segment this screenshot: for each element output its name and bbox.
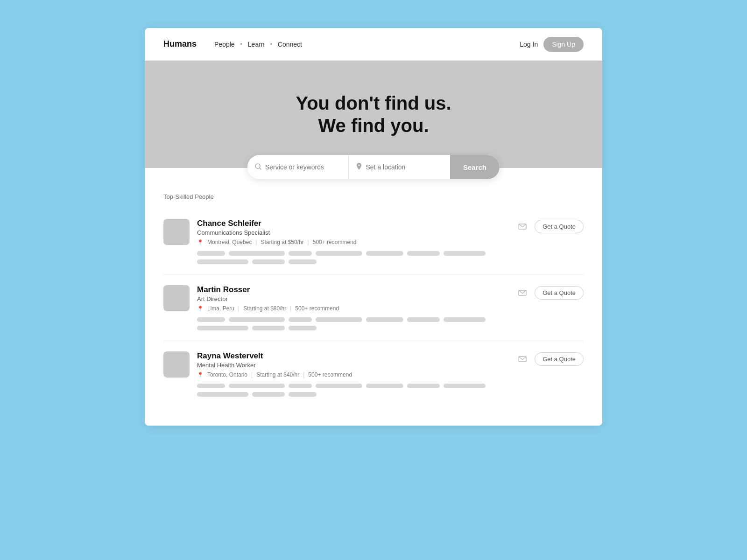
separator: | — [255, 239, 257, 245]
page-container: Humans People • Learn • Connect Log In S… — [145, 28, 602, 426]
skill-bar — [289, 384, 312, 388]
signup-button[interactable]: Sign Up — [543, 37, 584, 52]
nav-logo[interactable]: Humans — [163, 39, 197, 49]
skill-row-1 — [197, 384, 584, 388]
location-input[interactable] — [366, 163, 442, 171]
skill-bar — [316, 317, 362, 322]
person-name: Chance Schleifer — [197, 219, 507, 228]
nav-dot-1: • — [240, 41, 242, 48]
separator2: | — [308, 239, 309, 245]
avatar — [163, 351, 190, 378]
skill-row-2 — [197, 392, 584, 397]
person-meta: 📍 Toronto, Ontario | Starting at $40/hr … — [197, 371, 507, 378]
person-rate: Starting at $40/hr — [256, 371, 299, 378]
nav-link-connect[interactable]: Connect — [275, 39, 305, 50]
navbar: Humans People • Learn • Connect Log In S… — [145, 28, 602, 61]
person-recommend: 500+ recommend — [295, 305, 339, 312]
person-role: Mental Health Worker — [197, 362, 507, 369]
skill-bar — [197, 259, 248, 264]
mail-icon[interactable] — [515, 219, 530, 234]
separator: | — [238, 305, 240, 312]
skill-bar — [252, 392, 285, 397]
people-list: Chance Schleifer Communications Speciali… — [163, 209, 584, 407]
person-actions: Get a Quote — [515, 351, 584, 366]
section-label: Top-Skilled People — [163, 193, 584, 200]
skill-bar — [289, 251, 312, 256]
skill-bar — [197, 326, 248, 330]
search-button[interactable]: Search — [450, 155, 500, 179]
skill-bar — [252, 259, 285, 264]
skill-bar — [444, 317, 486, 322]
person-location: Montreal, Quebec — [207, 239, 252, 245]
mail-icon[interactable] — [515, 351, 530, 366]
service-input[interactable] — [265, 163, 341, 171]
search-bar-wrapper: Search — [145, 155, 602, 179]
hero-line1: You don't find us. — [296, 92, 451, 114]
skill-bar — [289, 392, 317, 397]
skill-row-1 — [197, 317, 584, 322]
get-quote-button[interactable]: Get a Quote — [535, 286, 584, 300]
main-content: Top-Skilled People Chance Schleifer Comm… — [145, 193, 602, 426]
search-icon — [255, 163, 261, 171]
search-service-field[interactable] — [247, 155, 349, 179]
login-button[interactable]: Log In — [520, 41, 538, 48]
skill-bar — [289, 326, 317, 330]
person-header: Martin Rosser Art Director 📍 Lima, Peru … — [163, 285, 584, 312]
person-header: Rayna Westervelt Mental Health Worker 📍 … — [163, 351, 584, 378]
pin-icon: 📍 — [197, 239, 204, 245]
svg-line-1 — [260, 168, 261, 169]
person-location: Lima, Peru — [207, 305, 234, 312]
hero-line2: We find you. — [296, 114, 451, 137]
skill-bar — [366, 317, 403, 322]
person-actions: Get a Quote — [515, 219, 584, 234]
nav-links: People • Learn • Connect — [211, 39, 520, 50]
nav-link-people[interactable]: People — [211, 39, 238, 50]
person-recommend: 500+ recommend — [308, 371, 352, 378]
nav-actions: Log In Sign Up — [520, 37, 584, 52]
person-card: Rayna Westervelt Mental Health Worker 📍 … — [163, 341, 584, 407]
mail-icon[interactable] — [515, 285, 530, 300]
skill-row-1 — [197, 251, 584, 256]
skill-bar — [407, 384, 440, 388]
get-quote-button[interactable]: Get a Quote — [535, 220, 584, 233]
skill-bar — [197, 251, 225, 256]
skill-bars — [163, 384, 584, 397]
nav-link-learn[interactable]: Learn — [245, 39, 268, 50]
person-recommend: 500+ recommend — [313, 239, 357, 245]
skill-bar — [316, 384, 362, 388]
person-card: Martin Rosser Art Director 📍 Lima, Peru … — [163, 275, 584, 341]
separator2: | — [290, 305, 291, 312]
person-name: Martin Rosser — [197, 285, 507, 294]
skill-bar — [366, 384, 403, 388]
skill-bar — [289, 259, 317, 264]
pin-icon: 📍 — [197, 372, 204, 378]
person-meta: 📍 Montreal, Quebec | Starting at $50/hr … — [197, 239, 507, 245]
person-location: Toronto, Ontario — [207, 371, 247, 378]
skill-bar — [197, 384, 225, 388]
person-info: Martin Rosser Art Director 📍 Lima, Peru … — [197, 285, 507, 312]
separator2: | — [303, 371, 304, 378]
skill-bar — [197, 392, 248, 397]
pin-icon: 📍 — [197, 306, 204, 312]
skill-bar — [229, 317, 285, 322]
search-location-field[interactable] — [349, 155, 450, 179]
person-name: Rayna Westervelt — [197, 351, 507, 361]
person-meta: 📍 Lima, Peru | Starting at $80/hr | 500+… — [197, 305, 507, 312]
nav-dot-2: • — [270, 41, 272, 48]
location-pin-icon — [356, 163, 362, 171]
skill-bar — [407, 317, 440, 322]
person-info: Chance Schleifer Communications Speciali… — [197, 219, 507, 245]
skill-bar — [366, 251, 403, 256]
person-role: Communications Specialist — [197, 229, 507, 236]
skill-bar — [289, 317, 312, 322]
separator: | — [251, 371, 253, 378]
avatar — [163, 285, 190, 311]
person-role: Art Director — [197, 295, 507, 302]
hero-section: You don't find us. We find you. — [145, 61, 602, 168]
hero-title: You don't find us. We find you. — [296, 92, 451, 137]
get-quote-button[interactable]: Get a Quote — [535, 352, 584, 366]
skill-bar — [444, 251, 486, 256]
skill-bar — [252, 326, 285, 330]
skill-bar — [316, 251, 362, 256]
skill-bar — [197, 317, 225, 322]
